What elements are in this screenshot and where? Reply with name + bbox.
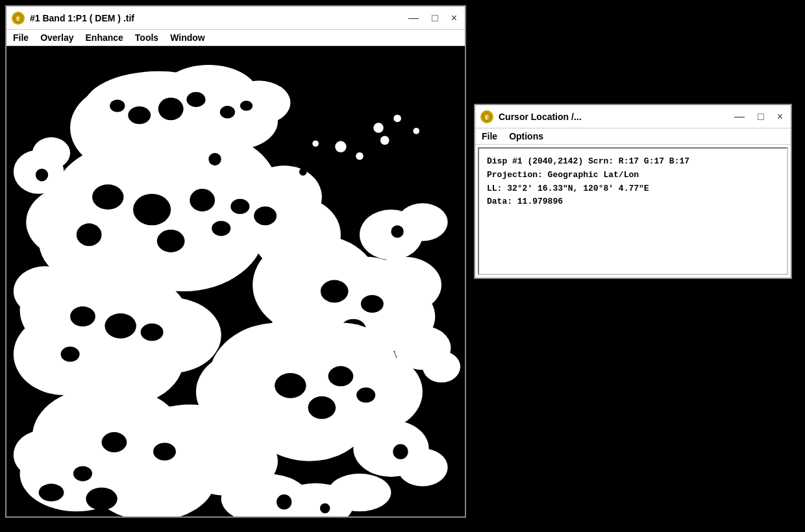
main-window: E #1 Band 1:P1 ( DEM ) .tif — □ × File O… — [5, 5, 466, 518]
svg-point-35 — [121, 298, 221, 373]
svg-point-26 — [230, 199, 249, 214]
minimize-button[interactable]: — — [406, 12, 421, 24]
menu-file[interactable]: File — [13, 32, 29, 43]
cursor-menu-options[interactable]: Options — [509, 131, 543, 141]
svg-point-36 — [14, 266, 77, 317]
svg-point-47 — [361, 295, 384, 313]
svg-point-74 — [335, 141, 346, 152]
menu-enhance[interactable]: Enhance — [86, 32, 123, 43]
svg-point-40 — [61, 346, 80, 361]
maximize-button[interactable]: □ — [429, 12, 441, 24]
svg-point-39 — [141, 323, 164, 341]
cursor-line-3: LL: 32°2' 16.33"N, 120°8' 4.77"E — [487, 182, 779, 196]
svg-point-78 — [36, 169, 48, 181]
main-window-controls: — □ × — [406, 12, 460, 24]
svg-point-14 — [110, 99, 125, 112]
svg-point-94 — [380, 136, 390, 145]
svg-point-38 — [105, 313, 136, 339]
cursor-menu-bar: File Options — [475, 128, 791, 145]
cursor-window-title: Cursor Location /... — [499, 112, 726, 122]
svg-point-64 — [102, 432, 127, 452]
svg-point-75 — [356, 152, 364, 160]
svg-point-8 — [227, 80, 290, 125]
svg-point-46 — [321, 280, 349, 303]
dem-terrain-svg — [6, 46, 465, 516]
main-window-title: #1 Band 1:P1 ( DEM ) .tif — [30, 13, 401, 23]
svg-point-11 — [220, 106, 235, 118]
svg-point-55 — [328, 366, 353, 386]
svg-point-77 — [32, 138, 70, 169]
svg-text:E: E — [485, 115, 489, 121]
svg-point-90 — [277, 494, 291, 509]
svg-point-89 — [328, 474, 391, 511]
cursor-menu-file[interactable]: File — [482, 131, 497, 141]
svg-point-68 — [86, 487, 117, 510]
svg-point-73 — [312, 140, 319, 147]
svg-point-29 — [157, 230, 185, 252]
cursor-location-window: E Cursor Location /... — □ × File Option… — [474, 104, 792, 279]
svg-point-62 — [14, 429, 77, 480]
cursor-line-4: Data: 11.979896 — [487, 195, 779, 209]
svg-point-12 — [240, 101, 253, 111]
svg-point-66 — [73, 466, 92, 481]
svg-point-92 — [373, 123, 384, 133]
svg-point-37 — [70, 306, 95, 326]
cursor-content-area: Disp #1 (2040,2142) Scrn: R:17 G:17 B:17… — [478, 147, 788, 275]
menu-window[interactable]: Window — [170, 32, 205, 43]
dem-image-area[interactable] — [6, 46, 465, 516]
cursor-window-controls: — □ × — [732, 111, 786, 123]
svg-point-86 — [393, 444, 408, 459]
svg-point-57 — [356, 387, 375, 402]
svg-point-27 — [254, 206, 277, 225]
svg-point-91 — [320, 503, 330, 514]
svg-point-71 — [299, 168, 307, 176]
svg-point-80 — [397, 203, 448, 241]
cursor-line-2: Projection: Geographic Lat/Lon — [487, 169, 779, 182]
svg-point-13 — [128, 106, 151, 124]
svg-point-93 — [393, 115, 401, 123]
svg-point-24 — [133, 194, 171, 225]
svg-point-9 — [158, 97, 184, 120]
menu-overlay[interactable]: Overlay — [40, 32, 73, 43]
svg-point-65 — [153, 443, 176, 461]
main-window-icon: E — [12, 12, 25, 25]
cursor-minimize-button[interactable]: — — [732, 111, 747, 123]
svg-point-95 — [413, 128, 419, 134]
cursor-close-button[interactable]: × — [774, 111, 786, 123]
main-title-bar: E #1 Band 1:P1 ( DEM ) .tif — □ × — [6, 6, 465, 30]
svg-point-70 — [286, 148, 296, 158]
svg-point-10 — [186, 92, 205, 107]
cursor-maximize-button[interactable]: □ — [755, 111, 767, 123]
cursor-title-bar: E Cursor Location /... — □ × — [475, 105, 791, 128]
svg-text:E: E — [16, 16, 20, 23]
main-menu-bar: File Overlay Enhance Tools Window — [6, 30, 465, 46]
svg-point-72 — [324, 158, 333, 167]
cursor-line-1: Disp #1 (2040,2142) Scrn: R:17 G:17 B:17 — [487, 155, 779, 169]
menu-tools[interactable]: Tools — [135, 32, 158, 43]
svg-point-67 — [39, 484, 64, 502]
svg-point-56 — [308, 396, 336, 419]
svg-point-30 — [212, 221, 230, 236]
svg-point-54 — [275, 373, 306, 398]
svg-point-28 — [77, 223, 102, 246]
svg-point-25 — [190, 189, 215, 212]
svg-point-23 — [92, 184, 123, 210]
svg-point-81 — [391, 225, 403, 237]
svg-point-69 — [208, 153, 221, 165]
svg-point-83 — [423, 351, 460, 382]
close-button[interactable]: × — [449, 12, 460, 24]
cursor-window-icon: E — [480, 110, 493, 123]
